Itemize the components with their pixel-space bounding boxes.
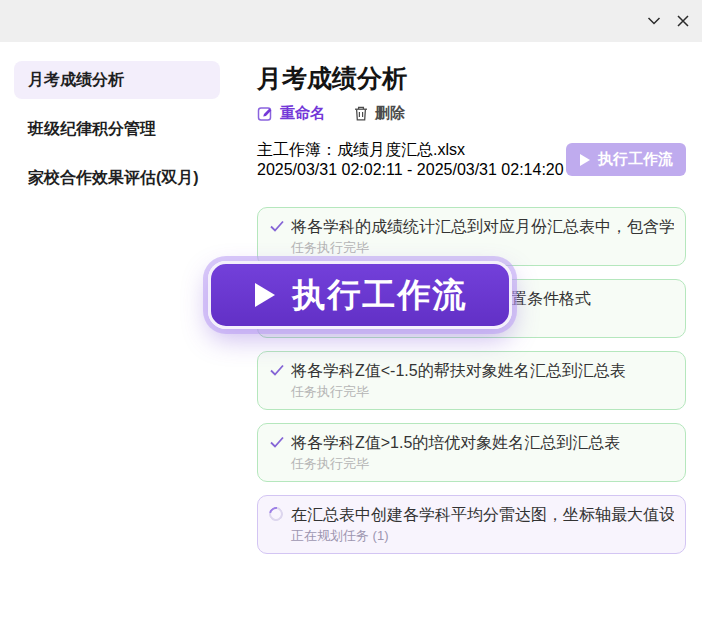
delete-button[interactable]: 删除: [353, 104, 405, 123]
check-icon: [269, 362, 285, 378]
run-workflow-overlay-label: 执行工作流: [293, 273, 468, 318]
play-icon: [579, 153, 591, 167]
task-text: 将各学科Z值<-1.5的帮扶对象姓名汇总到汇总表: [291, 360, 626, 382]
run-workflow-overlay-button[interactable]: 执行工作流: [208, 261, 512, 329]
sidebar-item[interactable]: 月考成绩分析: [14, 61, 220, 99]
task-status: 任务执行完毕: [291, 383, 674, 401]
action-bar: 重命名 删除: [257, 104, 686, 123]
run-workflow-label: 执行工作流: [598, 150, 673, 169]
check-icon: [269, 218, 285, 234]
sidebar-item-label: 班级纪律积分管理: [28, 120, 156, 137]
task-head: 在汇总表中创建各学科平均分雷达图，坐标轴最大值设...: [269, 504, 674, 526]
sidebar-item[interactable]: 班级纪律积分管理: [14, 110, 220, 148]
task-text: 将各学科Z值>1.5的培优对象姓名汇总到汇总表: [291, 432, 620, 454]
task-state-icon: [269, 506, 285, 522]
check-icon: [269, 434, 285, 450]
task-state-icon: [269, 218, 285, 234]
chevron-down-icon: [644, 11, 664, 31]
task-head: 将各学科Z值<-1.5的帮扶对象姓名汇总到汇总表: [269, 360, 674, 382]
page-title: 月考成绩分析: [257, 64, 686, 92]
task-status: 正在规划任务 (1): [291, 527, 674, 545]
task-card[interactable]: 将各学科Z值<-1.5的帮扶对象姓名汇总到汇总表 任务执行完毕: [257, 351, 686, 410]
task-state-icon: [269, 434, 285, 450]
task-state-icon: [269, 362, 285, 378]
close-button[interactable]: [670, 8, 696, 34]
task-head: 将各学科的成绩统计汇总到对应月份汇总表中，包含学...: [269, 216, 674, 238]
task-head: 将各学科Z值>1.5的培优对象姓名汇总到汇总表: [269, 432, 674, 454]
window-titlebar: [0, 0, 702, 42]
spinner-icon: [266, 504, 285, 523]
sidebar-item[interactable]: 家校合作效果评估(双月): [14, 159, 220, 197]
trash-icon: [353, 105, 369, 122]
workflow-detail-panel: 月考成绩分析 重命名: [257, 42, 702, 626]
workflow-sidebar: 月考成绩分析班级纪律积分管理家校合作效果评估(双月): [0, 42, 257, 626]
minimize-button[interactable]: [641, 8, 667, 34]
close-icon: [673, 11, 693, 31]
workflow-meta-row: 主工作簿：成绩月度汇总.xlsx 2025/03/31 02:02:11 - 2…: [257, 140, 686, 179]
workbook-label: 主工作簿：成绩月度汇总.xlsx: [257, 140, 564, 161]
edit-icon: [257, 105, 274, 122]
content-area: 月考成绩分析班级纪律积分管理家校合作效果评估(双月) 月考成绩分析 重命名: [0, 42, 702, 626]
rename-button[interactable]: 重命名: [257, 104, 325, 123]
task-list: 将各学科的成绩统计汇总到对应月份汇总表中，包含学... 任务执行完毕 置条件格式…: [257, 207, 686, 554]
sidebar-item-label: 家校合作效果评估(双月): [28, 169, 199, 186]
task-text: 将各学科的成绩统计汇总到对应月份汇总表中，包含学...: [291, 216, 674, 238]
rename-label: 重命名: [280, 104, 325, 123]
play-icon: [253, 281, 277, 309]
task-text: 在汇总表中创建各学科平均分雷达图，坐标轴最大值设...: [291, 504, 674, 526]
task-card[interactable]: 将各学科Z值>1.5的培优对象姓名汇总到汇总表 任务执行完毕: [257, 423, 686, 482]
time-range: 2025/03/31 02:02:11 - 2025/03/31 02:14:2…: [257, 161, 564, 179]
sidebar-item-label: 月考成绩分析: [28, 71, 124, 88]
task-card[interactable]: 将各学科的成绩统计汇总到对应月份汇总表中，包含学... 任务执行完毕: [257, 207, 686, 266]
task-status: 任务执行完毕: [291, 455, 674, 473]
task-card[interactable]: 在汇总表中创建各学科平均分雷达图，坐标轴最大值设... 正在规划任务 (1): [257, 495, 686, 554]
task-status: 任务执行完毕: [291, 239, 674, 257]
workflow-meta: 主工作簿：成绩月度汇总.xlsx 2025/03/31 02:02:11 - 2…: [257, 140, 564, 179]
delete-label: 删除: [375, 104, 405, 123]
run-workflow-button[interactable]: 执行工作流: [566, 143, 686, 176]
